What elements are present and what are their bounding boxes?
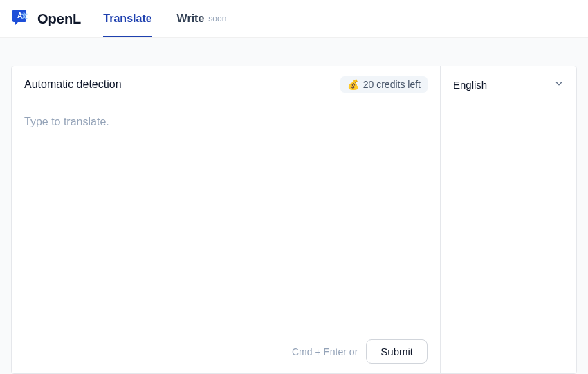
output-area xyxy=(441,103,576,373)
brand-name: OpenL xyxy=(37,11,81,27)
tab-translate[interactable]: Translate xyxy=(103,0,151,37)
input-area: Cmd + Enter or Submit xyxy=(12,103,440,373)
tab-write-label: Write xyxy=(177,12,205,25)
credits-badge[interactable]: 💰 20 credits left xyxy=(340,76,428,93)
nav: Translate Write soon xyxy=(103,0,226,37)
submit-button[interactable]: Submit xyxy=(366,339,428,364)
textarea-wrap xyxy=(24,116,428,332)
target-panel-header: English xyxy=(441,66,576,103)
translate-input[interactable] xyxy=(24,116,428,332)
translation-card: Automatic detection 💰 20 credits left Cm… xyxy=(11,66,577,374)
translate-bubble-icon: A 文 xyxy=(11,8,32,29)
input-footer: Cmd + Enter or Submit xyxy=(24,332,428,373)
source-panel: Automatic detection 💰 20 credits left Cm… xyxy=(12,66,441,373)
header-bar: A 文 OpenL Translate Write soon xyxy=(0,0,588,38)
logo[interactable]: A 文 OpenL xyxy=(11,8,81,29)
credits-text: 20 credits left xyxy=(363,79,421,90)
svg-text:文: 文 xyxy=(20,12,28,19)
source-panel-header: Automatic detection 💰 20 credits left xyxy=(12,66,440,103)
target-language-selector[interactable]: English xyxy=(453,79,564,91)
source-language-selector[interactable]: Automatic detection xyxy=(24,78,122,91)
shortcut-hint: Cmd + Enter or xyxy=(292,346,358,357)
chevron-down-icon xyxy=(554,79,564,91)
money-bag-icon: 💰 xyxy=(347,79,359,90)
main: Automatic detection 💰 20 credits left Cm… xyxy=(0,38,588,374)
tab-translate-label: Translate xyxy=(103,12,151,25)
soon-badge: soon xyxy=(208,14,226,24)
source-language-label: Automatic detection xyxy=(24,78,122,90)
target-language-label: English xyxy=(453,79,487,91)
tab-write[interactable]: Write soon xyxy=(177,0,227,37)
target-panel: English xyxy=(441,66,576,373)
